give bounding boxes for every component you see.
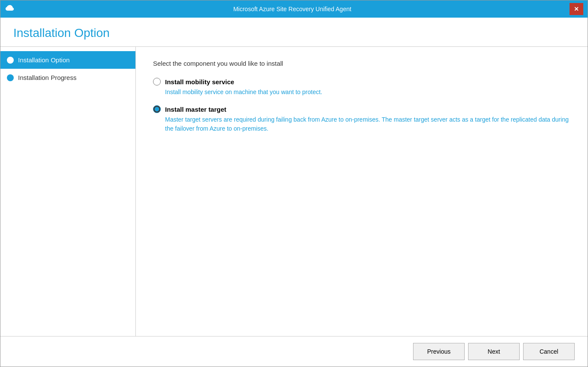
sidebar-item-installation-progress[interactable]: Installation Progress xyxy=(0,69,135,86)
content-area: Installation Option Installation Progres… xyxy=(0,47,588,336)
sidebar-dot-installation-option xyxy=(7,57,14,64)
title-bar-controls: ✕ xyxy=(570,3,583,15)
header-section: Installation Option xyxy=(0,18,588,47)
option-label-mobility-service[interactable]: Install mobility service xyxy=(165,78,234,86)
radio-master-target[interactable] xyxy=(153,105,161,113)
app-icon xyxy=(5,4,15,14)
option-group: Install mobility service Install mobilit… xyxy=(153,78,570,133)
option-item-mobility-service: Install mobility service Install mobilit… xyxy=(153,78,570,97)
title-bar: Microsoft Azure Site Recovery Unified Ag… xyxy=(0,0,588,18)
option-description-mobility-service: Install mobility service on machine that… xyxy=(165,88,570,97)
main-content: Select the component you would like to i… xyxy=(136,47,588,336)
previous-button[interactable]: Previous xyxy=(413,343,465,360)
sidebar: Installation Option Installation Progres… xyxy=(0,47,136,336)
sidebar-label-installation-progress: Installation Progress xyxy=(18,74,77,81)
select-prompt: Select the component you would like to i… xyxy=(153,60,570,67)
close-button[interactable]: ✕ xyxy=(570,3,583,15)
option-row-mobility-service: Install mobility service xyxy=(153,78,570,86)
cancel-button[interactable]: Cancel xyxy=(523,343,575,360)
sidebar-dot-installation-progress xyxy=(7,74,14,81)
footer-area: Previous Next Cancel xyxy=(0,336,588,367)
next-button[interactable]: Next xyxy=(468,343,520,360)
option-row-master-target: Install master target xyxy=(153,105,570,113)
radio-mobility-service[interactable] xyxy=(153,78,161,86)
sidebar-item-installation-option[interactable]: Installation Option xyxy=(0,51,135,69)
option-item-master-target: Install master target Master target serv… xyxy=(153,105,570,133)
sidebar-label-installation-option: Installation Option xyxy=(18,56,70,64)
main-window: Microsoft Azure Site Recovery Unified Ag… xyxy=(0,0,588,367)
window-title: Microsoft Azure Site Recovery Unified Ag… xyxy=(15,6,570,12)
option-description-master-target: Master target servers are required durin… xyxy=(165,115,570,133)
page-title: Installation Option xyxy=(13,26,575,40)
option-label-master-target[interactable]: Install master target xyxy=(165,106,227,113)
